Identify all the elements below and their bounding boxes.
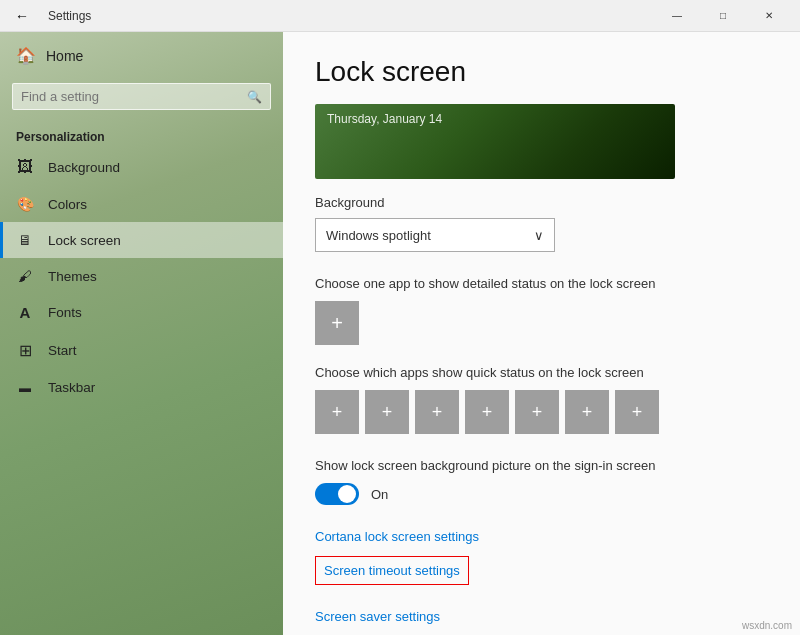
sidebar-item-taskbar[interactable]: ▬ Taskbar <box>0 370 283 405</box>
themes-icon: 🖌 <box>16 268 34 284</box>
add-detail-app-button[interactable]: + <box>315 301 359 345</box>
page-title: Lock screen <box>315 56 768 88</box>
lock-screen-icon: 🖥 <box>16 232 34 248</box>
sidebar-item-themes[interactable]: 🖌 Themes <box>0 258 283 294</box>
maximize-button[interactable]: □ <box>700 0 746 32</box>
background-icon: 🖼 <box>16 158 34 176</box>
preview-date: Thursday, January 14 <box>327 112 442 126</box>
screensaver-link[interactable]: Screen saver settings <box>315 609 768 624</box>
quick-app-btn-1[interactable]: + <box>315 390 359 434</box>
sidebar-section-title: Personalization <box>0 122 283 148</box>
home-icon: 🏠 <box>16 46 34 65</box>
quick-apps-label: Choose which apps show quick status on t… <box>315 365 768 380</box>
screen-timeout-link[interactable]: Screen timeout settings <box>315 556 469 585</box>
toggle-state-label: On <box>371 487 388 502</box>
lock-screen-preview: Thursday, January 14 <box>315 104 675 179</box>
quick-app-btn-2[interactable]: + <box>365 390 409 434</box>
detail-status-label: Choose one app to show detailed status o… <box>315 276 768 291</box>
background-dropdown-wrapper: Windows spotlight ∨ <box>315 218 768 252</box>
sidebar-item-colors[interactable]: 🎨 Colors <box>0 186 283 222</box>
sidebar-label-background: Background <box>48 160 120 175</box>
sidebar-label-themes: Themes <box>48 269 97 284</box>
window-controls: — □ ✕ <box>654 0 792 32</box>
minimize-button[interactable]: — <box>654 0 700 32</box>
sidebar-label-start: Start <box>48 343 77 358</box>
sidebar-item-start[interactable]: ⊞ Start <box>0 331 283 370</box>
chevron-down-icon: ∨ <box>534 228 544 243</box>
sidebar-label-colors: Colors <box>48 197 87 212</box>
sidebar-item-fonts[interactable]: A Fonts <box>0 294 283 331</box>
quick-app-btn-7[interactable]: + <box>615 390 659 434</box>
sidebar-label-lock-screen: Lock screen <box>48 233 121 248</box>
toggle-row: On <box>315 483 768 505</box>
sidebar: 🏠 Home 🔍 Personalization 🖼 Background 🎨 … <box>0 32 283 635</box>
search-icon: 🔍 <box>247 90 262 104</box>
back-button[interactable]: ← <box>8 2 36 30</box>
search-input[interactable] <box>21 89 239 104</box>
start-icon: ⊞ <box>16 341 34 360</box>
back-icon: ← <box>15 8 29 24</box>
app-body: 🏠 Home 🔍 Personalization 🖼 Background 🎨 … <box>0 32 800 635</box>
quick-app-btn-4[interactable]: + <box>465 390 509 434</box>
home-label: Home <box>46 48 83 64</box>
taskbar-icon: ▬ <box>16 381 34 395</box>
app-title: Settings <box>48 9 91 23</box>
watermark: wsxdn.com <box>742 620 792 631</box>
toggle-knob <box>338 485 356 503</box>
background-label: Background <box>315 195 768 210</box>
sidebar-label-fonts: Fonts <box>48 305 82 320</box>
close-button[interactable]: ✕ <box>746 0 792 32</box>
sidebar-home-item[interactable]: 🏠 Home <box>0 32 283 79</box>
sidebar-label-taskbar: Taskbar <box>48 380 95 395</box>
cortana-link[interactable]: Cortana lock screen settings <box>315 529 768 544</box>
quick-app-btn-3[interactable]: + <box>415 390 459 434</box>
content-area: Lock screen Thursday, January 14 Backgro… <box>283 32 800 635</box>
sign-in-label: Show lock screen background picture on t… <box>315 458 768 473</box>
quick-app-btn-6[interactable]: + <box>565 390 609 434</box>
colors-icon: 🎨 <box>16 196 34 212</box>
dropdown-value: Windows spotlight <box>326 228 431 243</box>
sidebar-item-lock-screen[interactable]: 🖥 Lock screen <box>0 222 283 258</box>
search-box[interactable]: 🔍 <box>12 83 271 110</box>
quick-apps-row: + + + + + + + <box>315 390 768 434</box>
timeout-link-wrapper: Screen timeout settings <box>315 556 768 597</box>
sidebar-item-background[interactable]: 🖼 Background <box>0 148 283 186</box>
background-dropdown[interactable]: Windows spotlight ∨ <box>315 218 555 252</box>
title-bar: ← Settings — □ ✕ <box>0 0 800 32</box>
quick-app-btn-5[interactable]: + <box>515 390 559 434</box>
title-bar-nav: ← Settings <box>8 2 91 30</box>
fonts-icon: A <box>16 304 34 321</box>
sign-in-toggle[interactable] <box>315 483 359 505</box>
